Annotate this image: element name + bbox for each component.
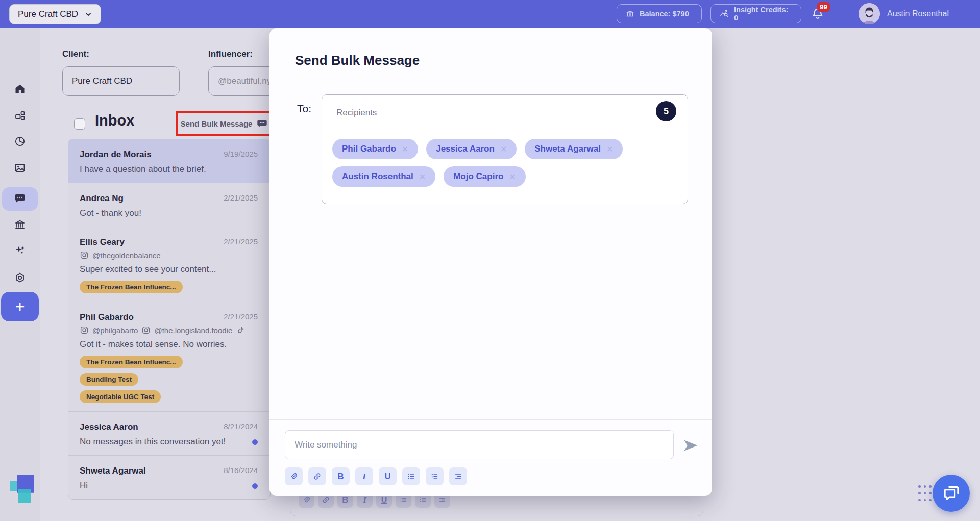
sidebar-item-settings[interactable] [2, 267, 38, 290]
sidebar-item-home[interactable] [2, 78, 38, 102]
remove-recipient-icon[interactable]: ✕ [606, 144, 613, 154]
social-handle: @the.longisland.foodie [154, 326, 232, 335]
bold-icon: B [342, 495, 348, 505]
sidebar-item-bank[interactable] [2, 214, 38, 237]
sidebar-item-pie-chart[interactable] [2, 131, 38, 154]
tiktok-icon [236, 326, 245, 335]
sidebar: + [0, 28, 40, 521]
conversation-handles: @thegoldenbalance [80, 251, 259, 260]
influencer-label: Influencer: [208, 49, 253, 59]
indent-icon [454, 472, 462, 481]
unread-dot [252, 439, 258, 445]
sidebar-add-button[interactable]: + [1, 292, 39, 321]
notification-count-badge: 99 [817, 2, 830, 12]
conversation-date: 8/16/2024 [224, 466, 258, 475]
conversation-row[interactable]: Shweta Agarwal8/16/2024Hi [68, 455, 270, 499]
send-bulk-message-label: Send Bulk Message [181, 119, 253, 128]
chevron-down-icon [84, 10, 92, 18]
underline-button[interactable]: U [379, 467, 397, 485]
conversation-row[interactable]: Andrea Ng2/21/2025Got - thank you! [68, 183, 270, 227]
recipient-chip-name: Phil Gabardo [342, 144, 396, 154]
recipient-chip-name: Austin Rosenthal [342, 171, 413, 182]
recipient-count-badge: 5 [656, 101, 676, 121]
conversation-row[interactable]: Jordan de Morais9/19/2025I have a questi… [68, 139, 270, 183]
recipient-chip[interactable]: Mojo Capiro✕ [444, 166, 526, 187]
sidebar-item-sparkles[interactable] [2, 239, 38, 263]
client-input[interactable] [62, 66, 180, 96]
remove-recipient-icon[interactable]: ✕ [402, 144, 408, 154]
recipients-field[interactable]: Recipients 5 Phil Gabardo✕Jessica Aaron✕… [322, 94, 688, 204]
message-input[interactable] [285, 430, 674, 459]
instagram-icon [80, 251, 89, 260]
underline-icon: U [381, 495, 387, 505]
conversation-row[interactable]: Jessica Aaron8/21/2024No messages in thi… [68, 411, 270, 455]
conversation-tags: The Frozen Bean Influenc...Bundling Test… [80, 356, 259, 403]
ordered-list-icon [430, 472, 439, 481]
recipient-chip[interactable]: Phil Gabardo✕ [332, 139, 418, 159]
conversation-preview: Hi [80, 481, 259, 491]
to-label: To: [297, 103, 311, 115]
conversation-row[interactable]: Ellis Geary2/21/2025@thegoldenbalanceSup… [68, 227, 270, 302]
pie-chart-icon [14, 135, 26, 150]
conversation-row[interactable]: Phil Gabardo2/21/2025@philgabarto@the.lo… [68, 302, 270, 411]
conversation-list: Jordan de Morais9/19/2025I have a questi… [68, 139, 271, 500]
campaign-tag: The Frozen Bean Influenc... [80, 356, 183, 368]
indent-button[interactable] [449, 467, 467, 485]
bank-icon [14, 218, 26, 233]
recipient-chip[interactable]: Shweta Agarwal✕ [525, 139, 623, 159]
attach-button[interactable] [285, 467, 303, 485]
sidebar-item-apps[interactable] [2, 105, 38, 129]
bullet-list-button[interactable] [402, 467, 420, 485]
home-icon [14, 83, 26, 97]
recipients-placeholder: Recipients [336, 108, 377, 118]
sidebar-item-image[interactable] [2, 157, 38, 181]
unread-dot [252, 483, 258, 489]
conversation-date: 2/21/2025 [224, 312, 258, 321]
conversation-preview: Super excited to see your content... [80, 264, 259, 275]
client-label: Client: [62, 49, 89, 59]
insight-credits-button[interactable]: Insight Credits: 0 [710, 4, 801, 23]
remove-recipient-icon[interactable]: ✕ [419, 172, 426, 182]
attach-icon [302, 495, 311, 504]
user-name[interactable]: Austin Rosenthal [887, 9, 949, 18]
avatar[interactable] [859, 3, 880, 24]
sidebar-item-chat[interactable] [2, 187, 38, 211]
conversation-preview: Got - thank you! [80, 208, 259, 218]
remove-recipient-icon[interactable]: ✕ [509, 172, 516, 182]
recipient-chip-name: Mojo Capiro [453, 171, 503, 182]
link-button[interactable] [308, 467, 326, 485]
recipient-chip-name: Shweta Agarwal [534, 144, 601, 154]
bold-button[interactable]: B [332, 467, 350, 485]
conversation-tags: The Frozen Bean Influenc... [80, 281, 259, 293]
link-icon [322, 495, 330, 504]
chat-icon [14, 192, 26, 206]
underline-icon: U [385, 472, 391, 481]
conversation-date: 2/21/2025 [224, 193, 258, 202]
bank-icon [625, 9, 635, 19]
campaign-tag: Bundling Test [80, 373, 138, 386]
inbox-select-all-checkbox[interactable] [74, 118, 85, 130]
support-chat-fab[interactable] [933, 475, 970, 512]
social-handle: @philgabarto [92, 326, 138, 335]
client-switcher-dropdown[interactable]: Pure Craft CBD [9, 4, 101, 24]
recipient-chip[interactable]: Austin Rosenthal✕ [332, 166, 435, 187]
inbox-title: Inbox [95, 112, 134, 129]
ordered-list-button[interactable] [426, 467, 444, 485]
conversation-handles: @philgabarto@the.longisland.foodie [80, 326, 259, 335]
image-icon [14, 162, 26, 176]
social-handle: @thegoldenbalance [92, 251, 161, 260]
instagram-icon [141, 326, 151, 335]
send-bulk-message-button[interactable]: Send Bulk Message [179, 114, 270, 133]
balance-button[interactable]: Balance: $790 [617, 4, 702, 23]
modal-title: Send Bulk Message [295, 53, 420, 68]
send-bulk-message-modal: Send Bulk Message To: Recipients 5 Phil … [270, 28, 712, 496]
drag-handle-dots[interactable] [918, 485, 932, 503]
apps-icon [14, 110, 26, 124]
recipient-chip[interactable]: Jessica Aaron✕ [426, 139, 517, 159]
send-icon[interactable] [680, 435, 701, 456]
italic-button[interactable]: I [355, 467, 373, 485]
conversation-preview: No messages in this conversation yet! [80, 437, 259, 447]
insight-credits-label: Insight Credits: 0 [734, 6, 793, 22]
remove-recipient-icon[interactable]: ✕ [500, 144, 507, 154]
bullet-list-icon [399, 495, 408, 504]
